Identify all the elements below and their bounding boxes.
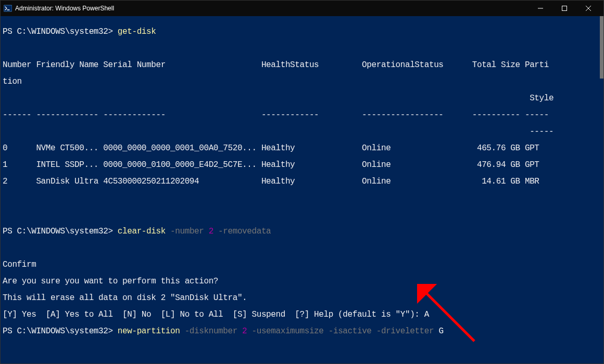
- prompt: PS: [3, 327, 17, 336]
- command-param: -driveletter: [372, 327, 434, 336]
- svg-rect-3: [562, 6, 567, 11]
- prompt: PS: [3, 27, 17, 36]
- output-text: Confirm: [3, 261, 603, 269]
- output-text: [Y] Yes [A] Yes to All [N] No [L] No to …: [3, 310, 424, 319]
- powershell-icon: [4, 4, 12, 12]
- titlebar[interactable]: Administrator: Windows PowerShell: [1, 1, 603, 16]
- command-param: -removedata: [213, 227, 271, 236]
- command-arg: 2: [204, 227, 213, 236]
- close-button[interactable]: [576, 1, 600, 16]
- command-arg: G: [434, 327, 443, 336]
- command-param: -number: [166, 227, 204, 236]
- table-header: Number Friendly Name Serial Number Healt…: [3, 61, 603, 69]
- output-text: Are you sure you want to perform this ac…: [3, 277, 603, 285]
- command-param: -disknumber: [180, 327, 237, 336]
- command-param: -isactive: [324, 327, 372, 336]
- prompt-path: C:\WINDOWS\system32>: [17, 327, 118, 336]
- table-row: 2 SanDisk Ultra 4C530000250211202094 Hea…: [3, 177, 603, 186]
- command-arg: 2: [237, 327, 247, 336]
- prompt-path: C:\WINDOWS\system32>: [17, 27, 118, 36]
- output-text: This will erase all data on disk 2 "SanD…: [3, 294, 603, 302]
- command: clear-disk: [118, 227, 166, 236]
- table-separator: -----: [3, 127, 603, 136]
- command: new-partition: [118, 327, 180, 336]
- window-controls: [528, 1, 600, 16]
- table-row: 0 NVMe CT500... 0000_0000_0000_0001_00A0…: [3, 144, 603, 152]
- svg-rect-0: [4, 5, 12, 11]
- command-param: -usemaximumsize: [247, 327, 323, 336]
- table-header: tion: [3, 77, 603, 86]
- terminal-output[interactable]: PS C:\WINDOWS\system32> get-disk Number …: [1, 16, 603, 363]
- minimize-button[interactable]: [528, 1, 552, 16]
- scrollbar-thumb[interactable]: [600, 16, 603, 79]
- window-title: Administrator: Windows PowerShell: [15, 5, 528, 12]
- prompt-path: C:\WINDOWS\system32>: [17, 227, 118, 236]
- table-header: Style: [3, 94, 603, 102]
- command: get-disk: [118, 27, 156, 36]
- maximize-button[interactable]: [552, 1, 576, 16]
- table-row: 1 INTEL SSDP... 0000_0000_0100_0000_E4D2…: [3, 161, 603, 169]
- prompt: PS: [3, 227, 17, 236]
- user-input: A: [424, 310, 429, 319]
- table-separator: ------ ------------- ------------- -----…: [3, 111, 603, 119]
- powershell-window: Administrator: Windows PowerShell PS C:\…: [0, 0, 604, 364]
